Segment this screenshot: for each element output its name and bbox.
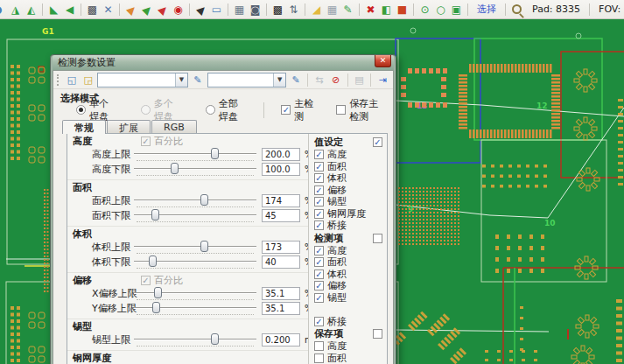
slider-track[interactable]: [134, 256, 256, 269]
prism-icon[interactable]: ◣: [46, 2, 61, 17]
panel-item-钢网厚度[interactable]: ✓钢网厚度: [314, 208, 384, 220]
edit-template-1-icon[interactable]: ✎: [191, 73, 205, 87]
radio-单个焊盘[interactable]: 单个焊盘: [76, 97, 118, 123]
slider-track[interactable]: [134, 302, 256, 315]
panel-item-体积[interactable]: ✓体积: [314, 269, 384, 281]
面积下限-value-input[interactable]: 45: [262, 209, 300, 222]
slider-knob[interactable]: [211, 333, 219, 345]
exit-icon[interactable]: ⇥: [375, 73, 389, 87]
slider-track[interactable]: [134, 148, 256, 161]
slider-knob[interactable]: [211, 148, 219, 159]
体积上限-value-input[interactable]: 173: [262, 241, 300, 254]
panel-item-锡型[interactable]: ✓锡型: [314, 196, 384, 208]
map-pin-icon[interactable]: ◉: [171, 2, 186, 17]
sort-az-icon[interactable]: ⇅: [286, 2, 301, 17]
check-主检测[interactable]: ✓主检测: [281, 97, 315, 123]
radio-icon[interactable]: [206, 105, 215, 115]
slider-track[interactable]: [134, 163, 256, 176]
panel-header-checkbox[interactable]: ✓: [373, 234, 382, 243]
slider-knob[interactable]: [200, 194, 208, 206]
panel-item-桥接[interactable]: ✓桥接: [314, 220, 384, 232]
save-icon[interactable]: ▤: [352, 73, 366, 87]
camera-icon[interactable]: ◙: [248, 2, 263, 17]
panel-item-偏移[interactable]: ✓偏移: [314, 185, 384, 197]
ruler-icon[interactable]: ◢: [309, 2, 324, 17]
template-combo-1[interactable]: ▼: [97, 73, 187, 88]
panel-item-面积[interactable]: ✓面积: [314, 161, 384, 173]
面积上限-value-input[interactable]: 174: [262, 194, 300, 207]
panel-item-面积[interactable]: ✓面积: [314, 353, 384, 364]
import-icon[interactable]: ◱: [65, 73, 79, 87]
template-combo-2[interactable]: ▼: [207, 73, 287, 88]
export-icon[interactable]: ◲: [81, 73, 95, 87]
compare-icon[interactable]: ⇆: [312, 73, 326, 87]
check-保存主检测[interactable]: ✓保存主检测: [336, 97, 386, 123]
chevron-down-icon[interactable]: ▼: [273, 74, 285, 87]
panel-item-高度[interactable]: ✓高度: [314, 245, 384, 257]
slider-track[interactable]: [134, 241, 256, 254]
checkbox-icon[interactable]: ✓: [314, 209, 324, 219]
panel-item-高度[interactable]: ✓高度: [314, 340, 384, 353]
measure-a-icon[interactable]: ◮: [8, 2, 23, 17]
capture-icon[interactable]: ▩: [85, 2, 100, 17]
checkbox-icon[interactable]: ✓: [314, 220, 324, 230]
slider-knob[interactable]: [154, 287, 162, 298]
target-icon[interactable]: ⊙: [417, 2, 432, 17]
slider-knob[interactable]: [152, 302, 160, 313]
checkbox-icon[interactable]: ✓: [314, 354, 324, 363]
panel-header-checkbox[interactable]: ✓: [373, 137, 382, 147]
edit-template-2-icon[interactable]: ✎: [289, 73, 303, 87]
edit-chart-icon[interactable]: ✎: [340, 2, 355, 17]
高度上限-value-input[interactable]: 200.0: [262, 148, 300, 161]
slider-track[interactable]: [134, 209, 256, 222]
checkbox-icon[interactable]: ✓: [314, 197, 324, 206]
slider-track[interactable]: [134, 287, 256, 300]
checkbox-icon[interactable]: ✓: [314, 186, 324, 195]
pin-red-icon[interactable]: ▶: [151, 0, 172, 19]
checkbox-icon[interactable]: ✓: [314, 173, 324, 183]
X偏移上限-value-input[interactable]: 35.1: [262, 287, 300, 300]
panel-item-体积[interactable]: ✓体积: [314, 172, 384, 185]
region-tool-icon[interactable]: ▣: [449, 2, 464, 17]
grid-table-icon[interactable]: ▦: [232, 2, 247, 17]
Y偏移上限-value-input[interactable]: 35.1: [262, 302, 300, 315]
panel-item-面积[interactable]: ✓面积: [314, 256, 384, 269]
select-area-icon[interactable]: ▭: [209, 2, 224, 17]
锡型上限-value-input[interactable]: 0.200: [262, 333, 300, 346]
slider-knob[interactable]: [151, 209, 159, 220]
panel-item-偏移[interactable]: ✓偏移: [314, 280, 384, 292]
高度下限-value-input[interactable]: 100.0: [262, 163, 300, 176]
block-icon[interactable]: ⊘: [329, 73, 343, 87]
体积下限-value-input[interactable]: 40: [262, 256, 300, 269]
tools-icon[interactable]: ✕: [101, 2, 116, 17]
measure-b-icon[interactable]: ◭: [24, 2, 39, 17]
circle-tool-icon[interactable]: ○: [433, 2, 448, 17]
checkbox-icon[interactable]: ✓: [314, 162, 324, 172]
horn-icon[interactable]: ◀: [62, 2, 77, 17]
checkbox-icon[interactable]: ✓: [314, 317, 324, 326]
slider-knob[interactable]: [149, 256, 157, 267]
chevron-down-icon[interactable]: ▼: [175, 74, 187, 87]
slider-knob[interactable]: [171, 163, 179, 174]
checkbox-icon[interactable]: ✓: [314, 341, 324, 351]
select-mode-label[interactable]: 选择: [477, 3, 496, 16]
checkbox-icon[interactable]: ✓: [314, 257, 324, 267]
delete-icon[interactable]: ✖: [363, 2, 378, 17]
tab-RGB[interactable]: RGB: [151, 120, 197, 133]
checkbox-icon[interactable]: ✓: [314, 281, 324, 290]
zoom-icon[interactable]: [512, 4, 522, 14]
checkbox-icon[interactable]: ✓: [314, 246, 324, 256]
close-icon[interactable]: ✕: [375, 55, 391, 67]
stop-icon[interactable]: ■: [395, 2, 410, 17]
dialog-titlebar[interactable]: 检测参数设置 ✕: [53, 55, 394, 70]
slider-track[interactable]: [134, 333, 256, 346]
checkbox-icon[interactable]: ✓: [314, 293, 324, 303]
panel-item-桥接[interactable]: ✓桥接: [314, 316, 384, 328]
pin-dark-icon[interactable]: ▶: [190, 0, 211, 19]
checkbox-icon[interactable]: ✓: [314, 270, 324, 279]
panel-item-锡型[interactable]: ✓锡型: [314, 292, 384, 304]
history-icon[interactable]: ◗: [0, 2, 7, 17]
slider-track[interactable]: [134, 194, 256, 207]
checkbox-icon[interactable]: ✓: [314, 150, 324, 159]
toolbar-grip[interactable]: [57, 74, 60, 86]
